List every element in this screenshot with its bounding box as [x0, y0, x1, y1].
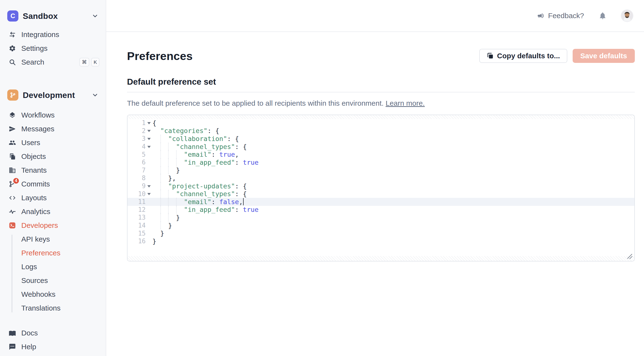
sidebar: C Sandbox IntegrationsSettingsSearch⌘K D…: [0, 0, 106, 356]
line-number: 15: [128, 230, 146, 237]
line-number: 14: [128, 222, 146, 229]
section-title: Default preference set: [127, 77, 635, 86]
developers-icon: [9, 222, 16, 229]
code-line-3: 3"collaboration": {: [128, 135, 634, 143]
copy-defaults-button[interactable]: Copy defaults to...: [479, 49, 567, 63]
sidebar-item-label: Tenants: [21, 166, 47, 174]
code-text: "collaboration": {: [152, 135, 239, 143]
workflows-icon: [9, 112, 16, 119]
sidebar-item-search[interactable]: Search⌘K: [0, 55, 106, 69]
sidebar-subitem-webhooks[interactable]: Webhooks: [0, 287, 106, 301]
users-icon: [9, 139, 16, 146]
code-line-8: 8},: [128, 174, 634, 182]
chevron-down-icon: [92, 12, 98, 19]
fold-arrow-icon[interactable]: [146, 185, 152, 188]
text-cursor: [243, 198, 244, 205]
sidebar-subitem-logs[interactable]: Logs: [0, 260, 106, 274]
sidebar-item-label: Docs: [21, 329, 38, 337]
line-number: 10: [128, 190, 146, 198]
code-line-15: 15}: [128, 229, 634, 237]
code-lines: 1{2"categories": {3"collaboration": {4"c…: [128, 119, 634, 245]
line-number: 2: [128, 127, 146, 134]
tenants-icon: [9, 167, 16, 174]
user-avatar[interactable]: [621, 10, 633, 22]
code-text: "channel_types": {: [152, 143, 247, 151]
code-text: }: [152, 214, 180, 222]
code-text: {: [152, 119, 156, 127]
sidebar-item-help[interactable]: Help: [0, 340, 106, 354]
app-window: C Sandbox IntegrationsSettingsSearch⌘K D…: [0, 0, 644, 356]
section-description: The default preference set to be applied…: [127, 99, 635, 108]
sidebar-bottom-nav: DocsHelp: [0, 326, 106, 354]
code-line-12: 12"in_app_feed": true: [128, 206, 634, 214]
line-number: 8: [128, 174, 146, 182]
code-text: "in_app_feed": true: [152, 158, 258, 166]
sidebar-item-objects[interactable]: Objects: [0, 150, 106, 163]
line-number: 13: [128, 214, 146, 221]
code-text: }: [152, 238, 156, 245]
sidebar-item-messages[interactable]: Messages: [0, 122, 106, 136]
sidebar-item-tenants[interactable]: Tenants: [0, 163, 106, 177]
sidebar-item-label: Users: [21, 138, 40, 147]
sidebar-item-label: Integrations: [21, 30, 59, 39]
preferences-page: Preferences Copy defaults to... Save def…: [106, 32, 644, 262]
json-code-editor[interactable]: 1{2"categories": {3"collaboration": {4"c…: [127, 115, 635, 262]
line-number: 9: [128, 182, 146, 190]
save-defaults-button[interactable]: Save defaults: [573, 49, 635, 63]
sidebar-item-settings[interactable]: Settings: [0, 41, 106, 55]
docs-icon: [9, 330, 16, 337]
sidebar-item-docs[interactable]: Docs: [0, 326, 106, 340]
sidebar-item-workflows[interactable]: Workflows: [0, 108, 106, 122]
code-line-4: 4"channel_types": {: [128, 143, 634, 151]
sidebar-item-label: Help: [21, 343, 36, 351]
sidebar-item-label: Developers: [21, 221, 58, 230]
sidebar-item-commits[interactable]: 4Commits: [0, 177, 106, 191]
code-text: "project-updates": {: [152, 182, 247, 190]
commits-count-badge: 4: [12, 177, 20, 184]
fold-arrow-icon[interactable]: [146, 137, 152, 140]
sidebar-item-users[interactable]: Users: [0, 136, 106, 150]
environment-name: Development: [23, 90, 75, 100]
fold-arrow-icon[interactable]: [146, 145, 152, 148]
objects-icon: [9, 153, 16, 160]
workspace-switcher[interactable]: C Sandbox: [0, 10, 106, 22]
sidebar-item-label: Messages: [21, 125, 54, 133]
analytics-icon: [9, 208, 16, 215]
sidebar-item-analytics[interactable]: Analytics: [0, 204, 106, 218]
code-line-16: 16}: [128, 237, 634, 245]
page-title: Preferences: [127, 49, 192, 63]
code-line-13: 13}: [128, 214, 634, 222]
sidebar-subitem-translations[interactable]: Translations: [0, 301, 106, 315]
sidebar-subitem-api-keys[interactable]: API keys: [0, 232, 106, 246]
resize-handle-icon[interactable]: [626, 253, 633, 260]
code-text: }: [152, 229, 164, 237]
copy-icon: [486, 52, 494, 60]
notifications-bell-icon[interactable]: [598, 12, 607, 20]
commits-icon: 4: [9, 180, 16, 188]
sidebar-subitem-sources[interactable]: Sources: [0, 274, 106, 287]
sidebar-developers-subnav: API keysPreferencesLogsSourcesWebhooksTr…: [0, 232, 106, 315]
line-number: 7: [128, 167, 146, 174]
messages-icon: [9, 125, 16, 132]
learn-more-link[interactable]: Learn more.: [386, 99, 425, 107]
section-divider: [127, 92, 635, 92]
code-line-6: 6"in_app_feed": true: [128, 158, 634, 166]
sidebar-item-label: Objects: [21, 152, 46, 160]
sidebar-item-layouts[interactable]: Layouts: [0, 191, 106, 204]
line-number: 6: [128, 159, 146, 166]
sidebar-subitem-preferences[interactable]: Preferences: [0, 246, 106, 260]
fold-arrow-icon[interactable]: [146, 192, 152, 195]
code-text: },: [152, 174, 176, 182]
sidebar-item-integrations[interactable]: Integrations: [0, 28, 106, 41]
sidebar-item-developers[interactable]: Developers: [0, 218, 106, 232]
feedback-button[interactable]: Feedback?: [537, 12, 584, 20]
environment-switcher[interactable]: Development: [0, 89, 106, 101]
main-area: Feedback? Pref: [106, 0, 644, 356]
help-icon: [9, 343, 16, 350]
layouts-icon: [9, 194, 16, 202]
settings-icon: [9, 45, 16, 52]
fold-arrow-icon[interactable]: [146, 122, 152, 124]
fold-arrow-icon[interactable]: [146, 130, 152, 132]
code-text: }: [152, 166, 180, 174]
code-line-10: 10"channel_types": {: [128, 190, 634, 198]
